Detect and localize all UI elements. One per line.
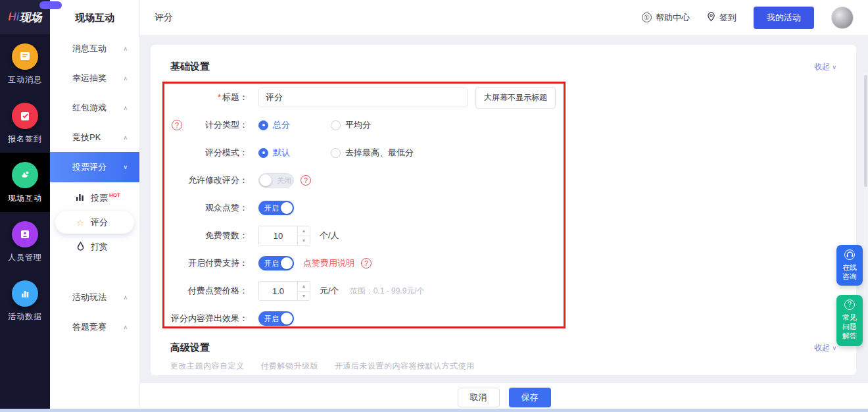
free-likes-row: 免费赞数： ▲ ▼ 个/人: [170, 226, 836, 245]
radio-label: 去掉最高、最低分: [345, 147, 414, 159]
checkin-link[interactable]: 签到: [707, 12, 736, 24]
checkin-label: 签到: [719, 12, 736, 24]
step-down-icon[interactable]: ▼: [298, 236, 310, 245]
audience-like-toggle[interactable]: 开启: [258, 201, 294, 215]
basic-section-head: 基础设置 收起 ∨: [170, 61, 836, 73]
save-button[interactable]: 保存: [509, 388, 551, 407]
toggle-knob: [281, 202, 293, 214]
sidebar-group-message[interactable]: 消息互动 ∧: [50, 34, 139, 63]
chevron-down-icon: ∨: [832, 345, 836, 351]
sub-item-score[interactable]: ☆ 评分: [55, 211, 134, 234]
sidebar-group-quiz[interactable]: 答题竞赛 ∧: [50, 312, 139, 342]
group-label: 幸运抽奖: [72, 72, 107, 84]
sub-item-vote[interactable]: 投票 HOT: [50, 186, 139, 210]
cancel-button[interactable]: 取消: [458, 388, 500, 407]
radio-default-mode[interactable]: 默认: [258, 147, 290, 159]
rail-item-users[interactable]: 人员管理: [0, 212, 50, 271]
logo-rest-text: 现场: [20, 10, 42, 25]
scrollbar-track: [863, 72, 868, 350]
allow-edit-toggle[interactable]: 关闭: [258, 173, 294, 188]
hot-badge: HOT: [109, 192, 120, 198]
app-window: Hi现场 互动消息 报名签到 现场互动 人员管理: [0, 0, 868, 412]
advanced-settings-title: 高级设置: [170, 342, 210, 354]
info-icon: ①: [642, 13, 652, 22]
online-consult-button[interactable]: 在线咨询: [836, 245, 863, 286]
radio-total-score[interactable]: 总分: [258, 119, 290, 131]
star-icon: ☆: [75, 218, 85, 228]
paid-support-toggle[interactable]: 开启: [258, 256, 294, 270]
radio-trim-mode[interactable]: 去掉最高、最低分: [331, 147, 414, 159]
basic-collapse-link[interactable]: 收起 ∨: [814, 61, 836, 72]
footer-action-bar: 取消 保存: [140, 383, 868, 412]
topbar: 评分 ① 帮助中心 签到 我的活动: [140, 0, 868, 36]
toggle-state-label: 开启: [264, 314, 279, 324]
rail-item-data[interactable]: 活动数据: [0, 271, 50, 330]
group-label: 竞技PK: [72, 132, 101, 143]
rail-item-label: 现场互动: [8, 193, 42, 204]
sidebar-gap: [50, 265, 139, 282]
droplet-icon: [75, 242, 85, 253]
brand-logo[interactable]: Hi现场: [0, 0, 50, 34]
faq-button[interactable]: ? 常见问题解答: [836, 295, 863, 346]
title-input[interactable]: [258, 88, 468, 107]
basic-settings-form: *标题： 大屏幕不显示标题 ? 计分类型： 总分: [170, 88, 836, 328]
content-area: 基础设置 收起 ∨ *标题： 大屏幕不显示标题: [140, 36, 868, 383]
sidebar: 现场互动 消息互动 ∧ 幸运抽奖 ∧ 红包游戏 ∧ 竞技PK ∧ 投票评分 ∨: [50, 0, 140, 412]
sidebar-group-lottery[interactable]: 幸运抽奖 ∧: [50, 63, 139, 93]
question-icon[interactable]: ?: [301, 175, 311, 186]
sub-item-reward[interactable]: 打赏: [50, 235, 139, 259]
logo-hi-text: Hi: [9, 11, 20, 24]
paid-support-label: 开启付费支持：: [170, 257, 248, 269]
rail-item-interact[interactable]: 现场互动: [0, 153, 50, 212]
help-center-link[interactable]: ① 帮助中心: [642, 12, 690, 24]
headset-icon: [844, 249, 855, 260]
free-likes-unit: 个/人: [320, 230, 339, 242]
location-pin-icon: [707, 12, 715, 24]
fee-description-link[interactable]: 点赞费用说明: [303, 257, 354, 269]
radio-icon: [258, 148, 268, 158]
group-label: 答题竞赛: [72, 321, 107, 333]
paid-price-unit: 元/个: [320, 285, 339, 297]
paid-price-input[interactable]: [259, 282, 297, 300]
title-row: *标题： 大屏幕不显示标题: [170, 88, 836, 107]
step-up-icon[interactable]: ▲: [298, 282, 310, 292]
sidebar-group-activity-play[interactable]: 活动玩法 ∧: [50, 282, 139, 312]
toggle-state-label: 开启: [264, 259, 279, 269]
radio-average-score[interactable]: 平均分: [331, 119, 371, 131]
popup-effect-toggle[interactable]: 开启: [258, 311, 294, 326]
advanced-settings-subtitle: 更改主题内容自定义 付费解锁升级版 开通后未设置的内容将按默认方式使用: [170, 361, 836, 372]
sidebar-group-redpacket[interactable]: 红包游戏 ∧: [50, 93, 139, 122]
sub-item-label: 评分: [91, 217, 108, 228]
vote-chart-icon: [75, 193, 85, 203]
allow-edit-row: 允许修改评分： 关闭 ?: [170, 170, 836, 190]
bottom-edge-strip: [0, 409, 868, 412]
question-icon[interactable]: ?: [172, 120, 182, 130]
toggle-state-label: 开启: [264, 203, 279, 213]
users-icon: [12, 221, 38, 247]
topbar-right: ① 帮助中心 签到 我的活动: [642, 7, 854, 29]
sidebar-group-pk[interactable]: 竞技PK ∧: [50, 122, 139, 152]
allow-edit-label: 允许修改评分：: [170, 174, 248, 186]
step-up-icon[interactable]: ▲: [298, 226, 310, 236]
my-activities-button[interactable]: 我的活动: [754, 7, 814, 29]
advanced-collapse-link[interactable]: 收起 ∨: [814, 342, 836, 353]
sidebar-group-vote-score[interactable]: 投票评分 ∨: [50, 152, 139, 182]
title-label: *标题：: [170, 91, 248, 103]
sub-item-label: 打赏: [91, 241, 108, 253]
step-down-icon[interactable]: ▼: [298, 292, 310, 301]
group-label: 投票评分: [72, 161, 107, 173]
online-consult-label: 在线咨询: [841, 263, 858, 281]
scrollbar-thumb[interactable]: [864, 75, 867, 187]
stepper-arrows: ▲ ▼: [297, 282, 310, 300]
chevron-up-icon: ∧: [123, 45, 128, 52]
avatar[interactable]: [831, 7, 854, 29]
rail-item-signin[interactable]: 报名签到: [0, 93, 50, 153]
icon-rail: Hi现场 互动消息 报名签到 现场互动 人员管理: [0, 0, 50, 412]
popup-effect-label: 评分内容弹出效果：: [170, 313, 248, 324]
radio-icon: [258, 120, 268, 130]
rail-item-message[interactable]: 互动消息: [0, 34, 50, 93]
collapse-label: 收起: [814, 343, 830, 352]
free-likes-input[interactable]: [259, 226, 297, 245]
hide-title-on-screen-button[interactable]: 大屏幕不显示标题: [475, 87, 556, 109]
question-icon[interactable]: ?: [361, 258, 372, 269]
